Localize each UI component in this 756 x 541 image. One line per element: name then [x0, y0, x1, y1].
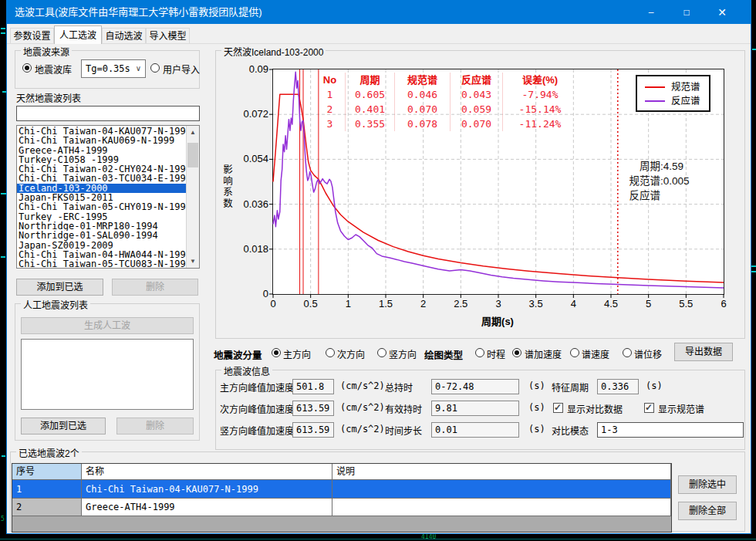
table-cell[interactable]	[332, 480, 671, 499]
show-compare-label[interactable]: 显示对比数据	[567, 402, 623, 415]
list-item[interactable]: Chi-Chi Taiwan-03-TCU034-E-1999	[17, 174, 186, 183]
library-radio-label[interactable]: 地震波库	[35, 63, 72, 76]
readout-period-label: 周期	[619, 159, 660, 174]
selected-waves-table[interactable]: 序号名称说明1Chi-Chi Taiwan-04-KAU077-N-19992G…	[12, 463, 672, 533]
desktop-artifact	[752, 49, 756, 50]
scroll-up-icon[interactable]: ▲	[187, 126, 199, 139]
scrollbar-thumb[interactable]	[187, 143, 198, 167]
listbox-scrollbar[interactable]: ▲ ▼	[186, 126, 199, 268]
list-item[interactable]: Northridge-01-MRP180-1994	[17, 221, 186, 231]
tab-parameter-settings[interactable]: 参数设置	[10, 28, 54, 43]
table-cell[interactable]: Chi-Chi Taiwan-04-KAU077-N-1999	[82, 480, 332, 499]
legend-line-response-spectrum	[645, 100, 665, 102]
error-table-cell: -15.14%	[503, 102, 577, 117]
tab-import-model[interactable]: 导入模型	[146, 28, 190, 43]
chart-legend: 规范谱 反应谱	[636, 75, 710, 112]
plot-type-timehistory-radio[interactable]	[475, 348, 484, 357]
plot-type-spectral-displacement-label[interactable]: 谱位移	[634, 347, 662, 360]
error-table-cell: 反应谱	[451, 73, 503, 87]
show-code-spectrum-checkbox[interactable]	[644, 403, 654, 413]
readout-code-value: :0.005	[660, 174, 690, 188]
chart-group-label: 天然波Iceland-103-2000	[221, 45, 326, 58]
characteristic-period-field: 0.336	[597, 379, 639, 394]
list-item[interactable]: Turkey-C1058 -1999	[17, 155, 186, 164]
artificial-wave-listbox[interactable]	[21, 339, 194, 410]
pga-secondary-field: 613.59	[292, 401, 334, 416]
wave-info-group-label: 地震波信息	[221, 364, 272, 377]
list-item[interactable]: Chi-Chi Taiwan-04-HWA044-N-1999	[17, 250, 186, 259]
list-item[interactable]: Japan-FKS015-2011	[17, 193, 186, 202]
user-import-radio-label[interactable]: 用户导入	[163, 63, 200, 76]
table-cell[interactable]	[332, 499, 671, 516]
effective-duration-unit: (s)	[528, 402, 545, 413]
compare-mode-input[interactable]	[597, 422, 744, 438]
tab-manual-selection[interactable]: 人工选波	[54, 25, 102, 44]
list-item[interactable]: Turkey -ERC-1995	[17, 212, 186, 221]
show-code-spectrum-label[interactable]: 显示规范谱	[658, 402, 704, 415]
natural-wave-listbox[interactable]: Chi-Chi Taiwan-04-KAU077-N-1999Chi-Chi T…	[16, 125, 200, 269]
list-item[interactable]: Northridge-01-SAL090-1994	[17, 231, 186, 240]
error-table-row: 30.3550.0780.070-11.24%	[315, 117, 577, 131]
chart-plot-area[interactable]: 00.0180.0360.0540.0720.0900.511.522.533.…	[272, 69, 724, 295]
table-cell[interactable]: Greece-ATH4-1999	[82, 499, 332, 516]
plot-type-group-label: 绘图类型	[424, 347, 463, 362]
error-table-cell: 3	[315, 117, 346, 131]
plot-type-spectral-accel-label[interactable]: 谱加速度	[525, 347, 562, 360]
add-artificial-button[interactable]: 添加到已选	[21, 418, 106, 434]
list-item[interactable]: Chi-Chi Taiwan-04-KAU077-N-1999	[17, 127, 186, 136]
error-table-cell: 0.070	[451, 117, 503, 131]
scroll-down-icon[interactable]: ▼	[187, 255, 199, 268]
generate-artificial-button[interactable]: 生成人工波	[21, 317, 194, 334]
maximize-button[interactable]: □	[669, 1, 704, 24]
list-item[interactable]: Chi-Chi Taiwan-02-CHY024-N-1999	[17, 164, 186, 174]
list-item[interactable]: Chi-Chi Taiwan-KAU069-N-1999	[17, 136, 186, 145]
component-secondary-label[interactable]: 次方向	[337, 347, 365, 360]
list-item[interactable]: Iceland-103-2000	[17, 184, 186, 193]
delete-selected-button[interactable]: 删除选中	[678, 475, 737, 494]
delete-natural-button[interactable]: 删除	[112, 279, 198, 296]
tg-dropdown[interactable]: Tg=0.35s ∨	[81, 59, 146, 78]
minimize-button[interactable]: –	[633, 1, 669, 24]
plot-type-spectral-displacement-radio[interactable]	[623, 348, 632, 357]
add-natural-button[interactable]: 添加到已选	[16, 279, 103, 296]
plot-type-timehistory-label[interactable]: 时程	[487, 347, 505, 360]
error-table-cell: 0.401	[346, 102, 395, 117]
list-item[interactable]: Chi-Chi Taiwan-05-TCU083-N-1999	[17, 259, 186, 269]
wave-selection-window: 选波工具(波库文件由华南理工大学韩小雷教授团队提供) – □ ✕ 参数设置 人工…	[6, 0, 751, 534]
component-main-radio[interactable]	[272, 348, 281, 357]
error-table-cell: 1	[315, 87, 346, 102]
plot-type-spectral-velocity-label[interactable]: 谱速度	[582, 347, 609, 360]
list-item[interactable]: Greece-ATH4-1999	[17, 146, 186, 155]
plot-type-spectral-velocity-radio[interactable]	[570, 348, 579, 357]
close-button[interactable]: ✕	[704, 1, 740, 24]
plot-type-spectral-accel-radio[interactable]	[512, 348, 521, 357]
export-data-button[interactable]: 导出数据	[674, 343, 733, 361]
x-tick-label: 4	[558, 298, 589, 309]
component-vertical-radio[interactable]	[377, 348, 386, 357]
component-secondary-radio[interactable]	[326, 348, 335, 357]
delete-artificial-button[interactable]: 删除	[116, 418, 194, 434]
error-table-cell: 周期	[346, 73, 395, 87]
x-tick-label: 1.5	[370, 298, 401, 309]
pga-vertical-field: 613.59	[292, 422, 334, 438]
table-row[interactable]: 2Greece-ATH4-1999	[12, 499, 671, 516]
show-compare-checkbox[interactable]	[553, 403, 563, 413]
table-cell[interactable]: 1	[12, 480, 82, 499]
list-item[interactable]: Japan-SZ0019-2009	[17, 241, 186, 250]
tab-auto-selection[interactable]: 自动选波	[102, 28, 146, 43]
delete-all-button[interactable]: 删除全部	[678, 502, 737, 520]
library-radio[interactable]	[22, 63, 32, 73]
desktop-artifact	[1, 256, 5, 258]
table-cell[interactable]: 2	[12, 499, 82, 516]
component-main-label[interactable]: 主方向	[283, 347, 311, 360]
table-row[interactable]: 1Chi-Chi Taiwan-04-KAU077-N-1999	[12, 480, 671, 499]
component-vertical-label[interactable]: 竖方向	[389, 347, 417, 360]
wave-filter-input[interactable]	[16, 106, 200, 121]
total-duration-field: 0-72.48	[431, 379, 519, 394]
title-bar[interactable]: 选波工具(波库文件由华南理工大学韩小雷教授团队提供) – □ ✕	[7, 1, 751, 24]
user-import-radio[interactable]	[150, 63, 160, 73]
background-line	[0, 539, 756, 539]
x-axis-title: 周期(s)	[467, 313, 528, 328]
list-item[interactable]: Chi-Chi Taiwan-05-CHY019-N-1999	[17, 202, 186, 211]
error-table-cell: 规范谱	[395, 73, 451, 87]
